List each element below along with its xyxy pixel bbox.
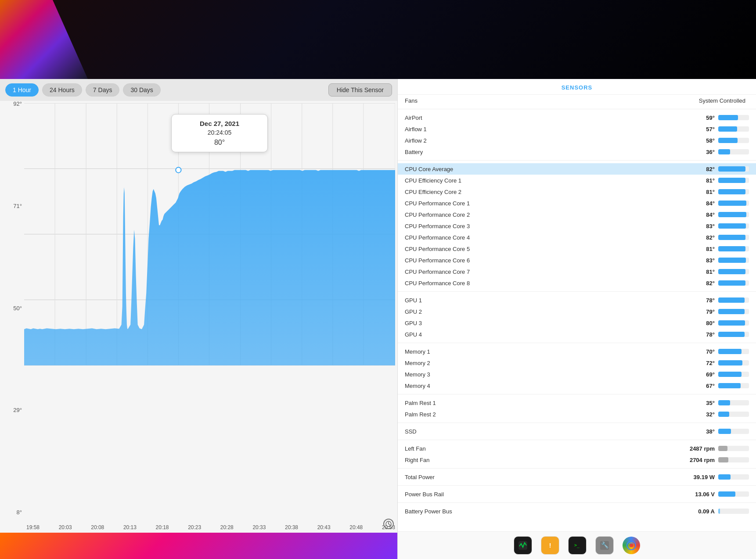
sensor-bar-rightfan <box>718 457 749 462</box>
sensor-bar-gpu4 <box>718 332 749 337</box>
hide-sensor-button[interactable]: Hide This Sensor <box>328 83 392 97</box>
30days-button[interactable]: 30 Days <box>123 83 160 97</box>
sensor-row-airflow1[interactable]: Airflow 1 57° <box>398 123 756 135</box>
divider-1 <box>398 109 756 109</box>
warning-dock-icon[interactable]: ! <box>541 536 559 555</box>
chart-toolbar: 1 Hour 24 Hours 7 Days 30 Days Hide This… <box>0 79 397 101</box>
chart-panel: 1 Hour 24 Hours 7 Days 30 Days Hide This… <box>0 79 397 559</box>
sensor-row-cpu-perf1[interactable]: CPU Performance Core 1 84° <box>398 197 756 209</box>
sensor-value-cpu-perf3: 83° <box>693 223 715 229</box>
sensor-bar-gpu2 <box>718 309 749 314</box>
sensor-row-gpu3[interactable]: GPU 3 80° <box>398 317 756 329</box>
sensor-name-gpu3: GPU 3 <box>405 320 693 326</box>
x-label-6: 20:28 <box>220 524 234 530</box>
sensor-bar-airport <box>718 115 749 120</box>
sensor-name-mem4: Memory 4 <box>405 383 693 389</box>
sensor-row-cpu-eff1[interactable]: CPU Efficiency Core 1 81° <box>398 175 756 186</box>
x-label-8: 20:38 <box>285 524 298 530</box>
sensor-value-fans: System Controlled <box>699 97 745 104</box>
sensor-bar-cpu-eff1 <box>718 178 749 183</box>
tools-dock-icon[interactable]: 🔧 <box>595 536 614 555</box>
sensor-bar-cpu-perf5 <box>718 246 749 251</box>
sensor-bar-airflow2 <box>718 138 749 143</box>
sensor-row-gpu4[interactable]: GPU 4 78° <box>398 329 756 340</box>
sensor-value-mem1: 70° <box>693 348 715 355</box>
sensor-row-gpu1[interactable]: GPU 1 78° <box>398 294 756 306</box>
svg-text:🔧: 🔧 <box>601 541 609 549</box>
24hours-button[interactable]: 24 Hours <box>42 83 82 97</box>
sensor-bar-cpu-core-avg <box>718 166 749 172</box>
sensor-row-mem3[interactable]: Memory 3 69° <box>398 369 756 380</box>
sensor-row-cpu-perf8[interactable]: CPU Performance Core 8 82° <box>398 277 756 289</box>
browser-dock-icon[interactable] <box>623 537 640 554</box>
sensor-value-rightfan: 2704 rpm <box>690 457 715 463</box>
sensor-row-fans: Fans System Controlled <box>398 95 756 106</box>
sensor-row-cpu-perf5[interactable]: CPU Performance Core 5 81° <box>398 243 756 254</box>
sensor-name-cpu-perf4: CPU Performance Core 4 <box>405 234 693 241</box>
sensor-name-gpu4: GPU 4 <box>405 331 693 338</box>
sensor-name-cpu-perf6: CPU Performance Core 6 <box>405 257 693 264</box>
sensor-bar-battery <box>718 149 749 154</box>
sensor-bar-cpu-perf3 <box>718 223 749 229</box>
bottom-decoration <box>0 533 397 559</box>
sensor-row-gpu2[interactable]: GPU 2 79° <box>398 306 756 317</box>
sensor-row-mem1[interactable]: Memory 1 70° <box>398 346 756 357</box>
sensor-name-gpu1: GPU 1 <box>405 297 693 304</box>
sensor-name-battery-bus: Battery Power Bus <box>405 508 693 515</box>
divider-6 <box>398 423 756 423</box>
sensor-bar-cpu-perf4 <box>718 235 749 240</box>
sensor-bar-cpu-perf8 <box>718 280 749 286</box>
sensor-row-cpu-perf3[interactable]: CPU Performance Core 3 83° <box>398 220 756 232</box>
sensor-row-battery-bus[interactable]: Battery Power Bus 0.09 A <box>398 505 756 517</box>
sensor-value-battery-bus: 0.09 A <box>693 508 715 515</box>
sensor-row-cpu-perf4[interactable]: CPU Performance Core 4 82° <box>398 232 756 243</box>
sensor-row-cpu-perf2[interactable]: CPU Performance Core 2 84° <box>398 209 756 220</box>
sensor-row-cpu-perf7[interactable]: CPU Performance Core 7 81° <box>398 266 756 277</box>
sensor-value-cpu-perf1: 84° <box>693 200 715 207</box>
sensor-bar-gpu1 <box>718 297 749 303</box>
sensor-row-total-power[interactable]: Total Power 39.19 W <box>398 471 756 483</box>
sensor-value-cpu-eff2: 81° <box>693 189 715 195</box>
top-bar-decoration <box>0 0 88 79</box>
sensor-bar-cpu-perf7 <box>718 269 749 274</box>
divider-7 <box>398 440 756 440</box>
sensor-row-leftfan[interactable]: Left Fan 2487 rpm <box>398 443 756 454</box>
divider-9 <box>398 485 756 486</box>
7days-button[interactable]: 7 Days <box>86 83 120 97</box>
sensor-name-ssd: SSD <box>405 428 693 435</box>
sensor-row-palmrest1[interactable]: Palm Rest 1 35° <box>398 397 756 408</box>
sensor-bar-leftfan <box>718 446 749 451</box>
sensor-row-cpu-eff2[interactable]: CPU Efficiency Core 2 81° <box>398 186 756 197</box>
y-label-50: 50° <box>0 305 22 311</box>
sensor-value-mem4: 67° <box>693 383 715 389</box>
sensor-bar-ssd <box>718 429 749 434</box>
sensor-value-airflow1: 57° <box>693 126 715 133</box>
1hour-button[interactable]: 1 Hour <box>5 83 39 97</box>
sensor-row-ssd[interactable]: SSD 38° <box>398 426 756 437</box>
sensor-row-airflow2[interactable]: Airflow 2 58° <box>398 135 756 146</box>
y-label-8: 8° <box>0 509 22 515</box>
clock-icon[interactable] <box>383 519 394 529</box>
sensor-row-battery[interactable]: Battery 36° <box>398 146 756 158</box>
x-label-9: 20:43 <box>317 524 331 530</box>
sensor-value-power-bus: 13.06 V <box>693 491 715 498</box>
sensor-row-rightfan[interactable]: Right Fan 2704 rpm <box>398 454 756 466</box>
sensor-row-mem4[interactable]: Memory 4 67° <box>398 380 756 391</box>
sensor-row-palmrest2[interactable]: Palm Rest 2 32° <box>398 408 756 420</box>
sensor-name-rightfan: Right Fan <box>405 457 690 463</box>
sensor-bar-cpu-eff2 <box>718 189 749 194</box>
sensors-panel: SENSORS Fans System Controlled AirPort 5… <box>397 79 756 559</box>
sensor-name-mem2: Memory 2 <box>405 360 693 366</box>
sensor-row-cpu-core-avg[interactable]: CPU Core Average 82° <box>398 163 756 175</box>
divider-10 <box>398 502 756 503</box>
activity-monitor-dock-icon[interactable] <box>514 536 532 555</box>
sensor-row-power-bus[interactable]: Power Bus Rail 13.06 V <box>398 488 756 500</box>
sensor-row-airport[interactable]: AirPort 59° <box>398 112 756 123</box>
sensor-value-cpu-core-avg: 82° <box>693 166 715 172</box>
sensor-row-cpu-perf6[interactable]: CPU Performance Core 6 83° <box>398 254 756 266</box>
y-axis-labels: 92° 71° 50° 29° 8° <box>0 101 24 515</box>
sensor-value-airport: 59° <box>693 115 715 121</box>
sensor-row-mem2[interactable]: Memory 2 72° <box>398 357 756 369</box>
sensor-value-cpu-perf2: 84° <box>693 211 715 218</box>
terminal-dock-icon[interactable]: >_ <box>568 536 587 555</box>
